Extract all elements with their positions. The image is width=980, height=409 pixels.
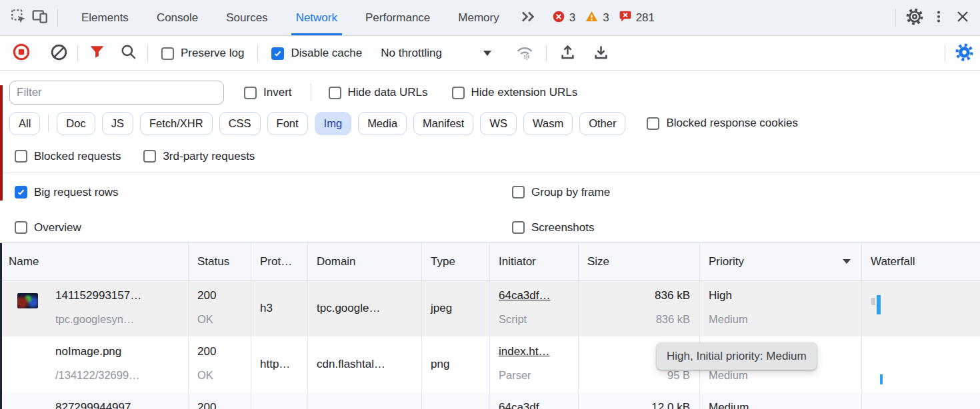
filter-chip-other[interactable]: Other	[579, 112, 625, 135]
settings-row-2: Overview Screenshots	[0, 210, 980, 245]
download-icon	[592, 43, 610, 64]
blocked-requests-checkbox[interactable]: Blocked requests	[15, 150, 121, 163]
filter-toggle-button[interactable]	[86, 43, 107, 64]
filter-chip-all[interactable]: All	[9, 112, 40, 135]
funnel-icon	[89, 44, 105, 63]
third-party-requests-checkbox[interactable]: 3rd-party requests	[143, 150, 255, 163]
table-left-edge	[0, 243, 2, 409]
search-icon	[120, 43, 137, 63]
status-code: 200	[197, 400, 251, 409]
chevron-double-right-icon	[520, 9, 536, 27]
initiator-link[interactable]: 64ca3df…	[499, 288, 578, 303]
tab-network[interactable]: Network	[282, 0, 351, 35]
network-conditions-button[interactable]	[514, 43, 535, 64]
initiator-link[interactable]: 64ca3df	[499, 400, 578, 409]
filter-row: Invert Hide data URLs Hide extension URL…	[0, 78, 980, 107]
checkbox-unchecked	[143, 150, 156, 163]
resource-size: 95 B	[579, 368, 690, 382]
overview-checkbox[interactable]: Overview	[15, 221, 81, 234]
more-options-button[interactable]	[928, 7, 949, 29]
domain: cdn.flashtal…	[317, 358, 385, 371]
column-header-initiator[interactable]: Initiator	[490, 243, 579, 280]
filter-chip-doc[interactable]: Doc	[57, 112, 95, 135]
invert-checkbox[interactable]: Invert	[244, 86, 292, 99]
filter-chip-font[interactable]: Font	[267, 112, 308, 135]
tab-performance[interactable]: Performance	[351, 0, 444, 35]
close-icon	[955, 9, 971, 27]
issues-icon	[619, 10, 632, 26]
request-name: 141152993157…	[55, 288, 141, 303]
tab-elements[interactable]: Elements	[67, 0, 143, 35]
throttling-select[interactable]: No throttling	[381, 47, 491, 60]
preserve-log-checkbox[interactable]: Preserve log	[161, 47, 244, 60]
settings-button[interactable]	[904, 7, 925, 29]
filter-chip-manifest[interactable]: Manifest	[413, 112, 473, 135]
chevron-down-icon	[483, 51, 491, 56]
image-thumbnail-empty	[17, 349, 38, 392]
hide-data-urls-checkbox[interactable]: Hide data URLs	[329, 86, 428, 99]
blocked-response-cookies-checkbox[interactable]: Blocked response cookies	[647, 117, 798, 130]
checkbox-unchecked	[647, 117, 659, 130]
divider	[77, 45, 78, 62]
table-row[interactable]: noImage.png /134122/32699… 200 OK http… …	[0, 336, 980, 392]
column-header-name[interactable]: Name	[0, 243, 189, 280]
close-devtools-button[interactable]	[952, 7, 973, 29]
device-toolbar-icon	[31, 8, 49, 28]
more-tabs-button[interactable]	[517, 7, 539, 29]
export-har-button[interactable]	[591, 43, 612, 64]
import-har-button[interactable]	[557, 43, 579, 64]
filter-chip-js[interactable]: JS	[102, 112, 133, 135]
waterfall-bar	[880, 374, 883, 384]
big-request-rows-checkbox[interactable]: Big request rows	[15, 186, 119, 199]
table-row[interactable]: 141152993157… tpc.googlesyn… 200 OK h3 t…	[0, 280, 980, 336]
checkbox-checked	[271, 47, 284, 60]
errors-badge[interactable]: 3	[552, 10, 575, 26]
checkbox-unchecked	[329, 87, 341, 99]
initiator-link[interactable]: index.ht…	[499, 344, 578, 359]
checkbox-unchecked	[15, 221, 27, 234]
filter-chip-media[interactable]: Media	[358, 112, 407, 135]
resource-size: 836 kB	[579, 312, 690, 326]
tab-memory[interactable]: Memory	[444, 0, 513, 35]
hide-extension-urls-checkbox[interactable]: Hide extension URLs	[452, 86, 578, 99]
divider	[147, 45, 148, 62]
disable-cache-checkbox[interactable]: Disable cache	[271, 47, 362, 60]
group-by-frame-checkbox[interactable]: Group by frame	[512, 186, 610, 199]
kebab-menu-icon	[931, 9, 946, 27]
filter-chip-img[interactable]: Img	[315, 112, 352, 135]
tabbar-right-controls	[890, 7, 980, 29]
warnings-count: 3	[603, 11, 609, 25]
column-header-size[interactable]: Size	[579, 243, 700, 280]
tab-console[interactable]: Console	[143, 0, 212, 35]
search-button[interactable]	[118, 43, 139, 64]
toggle-device-toolbar-button[interactable]	[29, 7, 51, 29]
resource-type-filter-row: All Doc JS Fetch/XHR CSS Font Img Media …	[0, 108, 980, 139]
issues-badge[interactable]: 281	[619, 10, 655, 26]
network-settings-button[interactable]	[953, 43, 975, 64]
column-header-domain[interactable]: Domain	[308, 243, 422, 280]
filter-chip-wasm[interactable]: Wasm	[523, 112, 573, 135]
table-row[interactable]: 827299944997 200 64ca3df 12.0 kB Medium	[0, 392, 980, 409]
image-thumbnail-empty	[17, 405, 38, 409]
record-network-log-button[interactable]	[11, 43, 32, 64]
column-header-waterfall[interactable]: Waterfall	[862, 243, 980, 280]
filter-input[interactable]	[9, 81, 224, 105]
filter-chip-ws[interactable]: WS	[480, 112, 517, 135]
screenshots-checkbox[interactable]: Screenshots	[512, 221, 595, 234]
filter-chip-fetch-xhr[interactable]: Fetch/XHR	[140, 112, 213, 135]
image-thumbnail	[17, 293, 38, 336]
column-header-status[interactable]: Status	[189, 243, 251, 280]
filter-chip-css[interactable]: CSS	[219, 112, 261, 135]
priority-tooltip: High, Initial priority: Medium	[657, 342, 817, 370]
column-header-priority[interactable]: Priority	[700, 243, 862, 280]
tab-sources[interactable]: Sources	[212, 0, 281, 35]
divider	[311, 84, 311, 101]
column-header-type[interactable]: Type	[422, 243, 490, 280]
column-header-protocol[interactable]: Prot…	[251, 243, 308, 280]
divider	[546, 45, 547, 62]
inspect-element-button[interactable]	[8, 7, 29, 29]
error-icon	[552, 10, 565, 26]
warnings-badge[interactable]: 3	[585, 10, 609, 26]
checkbox-unchecked	[161, 47, 174, 60]
clear-network-log-button[interactable]	[48, 43, 69, 64]
